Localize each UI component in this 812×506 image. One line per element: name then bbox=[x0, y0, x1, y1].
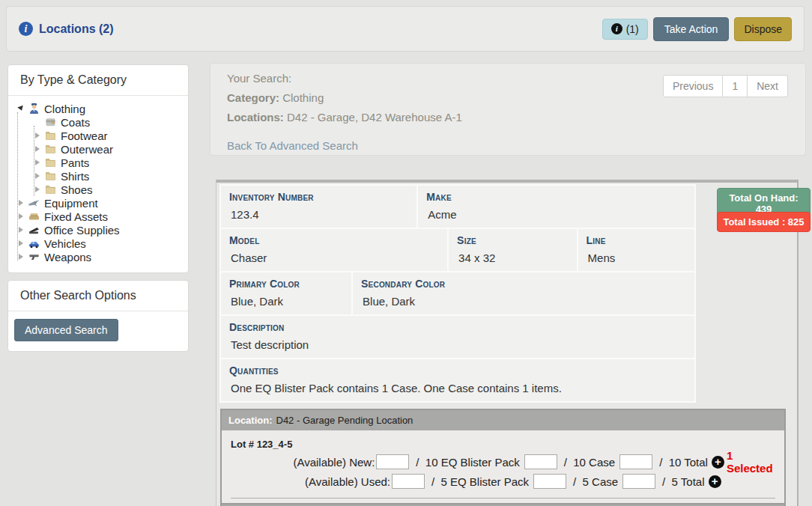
tree-item-label: Equipment bbox=[44, 197, 98, 210]
jet-icon bbox=[28, 197, 40, 209]
tree-item-equipment[interactable]: Equipment bbox=[13, 196, 184, 210]
tree-item-weapons[interactable]: Weapons bbox=[13, 250, 184, 263]
detail-row: Inventory Number 123.4 Make Acme bbox=[221, 186, 694, 228]
gun-icon bbox=[28, 251, 40, 263]
field-label: Line bbox=[587, 234, 686, 246]
tree-item-pants[interactable]: Pants bbox=[13, 156, 184, 169]
next-location-section-bar bbox=[220, 503, 786, 506]
detail-row: Primary Color Blue, Dark Secondary Color… bbox=[221, 272, 694, 314]
qty-row-used: (Available) Used: / 5 EQ Blister Pack / … bbox=[229, 472, 777, 491]
locations-header: i Locations (2) i (1) Take Action Dispos… bbox=[6, 6, 805, 52]
tree-expander-icon[interactable] bbox=[34, 186, 41, 193]
tree-item-label: Office Supplies bbox=[44, 224, 120, 237]
qty-separator: / 5 EQ Blister Pack bbox=[431, 475, 529, 488]
advanced-search-button[interactable]: Advanced Search bbox=[14, 319, 118, 341]
qty-row-label: (Available) Used: bbox=[229, 475, 390, 488]
search-locations-line: Locations: D42 - Garage, D42 Warehouse A… bbox=[227, 111, 789, 124]
info-icon: i bbox=[19, 22, 33, 36]
qty-input-used-each[interactable] bbox=[392, 474, 425, 489]
tree-item-coats[interactable]: Coats bbox=[13, 115, 184, 129]
item-detail-grid: Inventory Number 123.4 Make Acme Model C… bbox=[219, 184, 696, 403]
info-icon: i bbox=[611, 23, 622, 34]
tree-expander-icon[interactable] bbox=[17, 199, 25, 207]
tree-item-label: Outerwear bbox=[61, 143, 113, 156]
folder-icon bbox=[44, 156, 57, 168]
car-icon bbox=[28, 237, 40, 249]
field-secondary-color: Secondary Color Blue, Dark bbox=[353, 272, 694, 314]
lot-number-label: Lot # 123_4-5 bbox=[231, 439, 777, 450]
qty-input-used-case[interactable] bbox=[622, 474, 655, 489]
info-count-button[interactable]: i (1) bbox=[602, 19, 648, 40]
add-plus-icon[interactable]: + bbox=[709, 475, 721, 488]
category-tree: Clothing Coats Footwear Outerwear Pants … bbox=[8, 96, 188, 272]
field-label: Secondary Color bbox=[361, 278, 686, 290]
location-value: D42 - Garage Pending Location bbox=[276, 415, 413, 426]
tree-item-label: Fixed Assets bbox=[44, 210, 108, 223]
field-label: Description bbox=[229, 321, 686, 333]
person-icon bbox=[28, 103, 40, 115]
tree-expander-icon[interactable] bbox=[17, 253, 25, 260]
location-label: Location: bbox=[228, 415, 273, 426]
tree-item-vehicles[interactable]: Vehicles bbox=[13, 237, 184, 250]
qty-separator: / 5 Case bbox=[573, 475, 618, 488]
folder-icon bbox=[44, 183, 57, 195]
qty-row-new: (Available) New: / 10 EQ Blister Pack / … bbox=[229, 452, 777, 472]
pagination-next-button[interactable]: Next bbox=[748, 75, 788, 97]
take-action-button[interactable]: Take Action bbox=[653, 17, 730, 41]
item-results-panel: Inventory Number 123.4 Make Acme Model C… bbox=[216, 180, 799, 506]
pagination-page-1-button[interactable]: 1 bbox=[723, 75, 748, 97]
pagination-previous-button[interactable]: Previous bbox=[663, 75, 723, 97]
detail-row: Description Test description bbox=[221, 316, 694, 358]
field-value: 123.4 bbox=[229, 208, 408, 221]
field-value: Blue, Dark bbox=[229, 295, 343, 308]
tree-item-office-supplies[interactable]: Office Supplies bbox=[13, 223, 184, 237]
qty-input-new-case[interactable] bbox=[619, 454, 652, 469]
tree-expander-icon[interactable] bbox=[17, 213, 25, 220]
page-title: Locations (2) bbox=[39, 22, 114, 36]
tree-expander-icon[interactable] bbox=[34, 172, 41, 180]
other-search-body: Advanced Search bbox=[8, 311, 188, 351]
tree-item-footwear[interactable]: Footwear bbox=[13, 129, 184, 142]
sofa-icon bbox=[28, 210, 40, 222]
tree-item-outerwear[interactable]: Outerwear bbox=[13, 142, 184, 156]
type-category-panel: By Type & Category Clothing Coats Footwe… bbox=[7, 64, 189, 273]
qty-input-used-blister-pack[interactable] bbox=[533, 474, 566, 489]
tree-item-shirts[interactable]: Shirts bbox=[13, 169, 184, 183]
tree-expander-icon[interactable] bbox=[34, 159, 41, 166]
tree-expander-icon[interactable] bbox=[17, 226, 25, 234]
field-value: 34 x 32 bbox=[457, 252, 569, 264]
qty-row-label: (Available) New: bbox=[229, 456, 375, 469]
back-to-advanced-search-link[interactable]: Back To Advanced Search bbox=[227, 139, 358, 152]
location-section: Location: D42 - Garage Pending Location … bbox=[220, 409, 786, 506]
tree-expander-icon[interactable] bbox=[17, 105, 25, 112]
tree-item-label: Clothing bbox=[44, 103, 85, 115]
selected-count-label: 1 Selected bbox=[727, 449, 777, 475]
tree-item-shoes[interactable]: Shoes bbox=[13, 183, 184, 196]
tree-item-label: Footwear bbox=[61, 129, 108, 142]
field-quantities: Quantities One EQ Blister Pack contains … bbox=[221, 359, 694, 401]
dispose-button[interactable]: Dispose bbox=[734, 17, 792, 41]
field-make: Make Acme bbox=[418, 186, 694, 228]
tree-item-clothing[interactable]: Clothing bbox=[13, 102, 184, 115]
category-value: Clothing bbox=[282, 91, 324, 104]
other-search-title: Other Search Options bbox=[8, 281, 188, 311]
add-plus-icon[interactable]: + bbox=[712, 456, 724, 469]
field-value: Acme bbox=[426, 208, 686, 221]
tree-expander-icon[interactable] bbox=[34, 145, 41, 153]
coat-icon bbox=[44, 116, 57, 128]
field-label: Primary Color bbox=[229, 278, 343, 290]
type-category-title: By Type & Category bbox=[8, 65, 188, 96]
tree-expander-icon[interactable] bbox=[34, 132, 41, 139]
field-description: Description Test description bbox=[221, 316, 694, 358]
tree-expander-icon[interactable] bbox=[17, 240, 25, 247]
locations-label: Locations: bbox=[227, 111, 284, 124]
field-label: Make bbox=[426, 191, 686, 203]
field-model: Model Chaser bbox=[221, 229, 447, 271]
folder-icon bbox=[44, 129, 57, 141]
qty-input-new-each[interactable] bbox=[376, 454, 409, 469]
pagination: Previous 1 Next bbox=[663, 75, 788, 97]
location-content: Lot # 123_4-5 (Available) New: / 10 EQ B… bbox=[222, 430, 784, 506]
field-value: Test description bbox=[229, 338, 686, 351]
qty-input-new-blister-pack[interactable] bbox=[524, 454, 557, 469]
tree-item-fixed-assets[interactable]: Fixed Assets bbox=[13, 210, 184, 223]
